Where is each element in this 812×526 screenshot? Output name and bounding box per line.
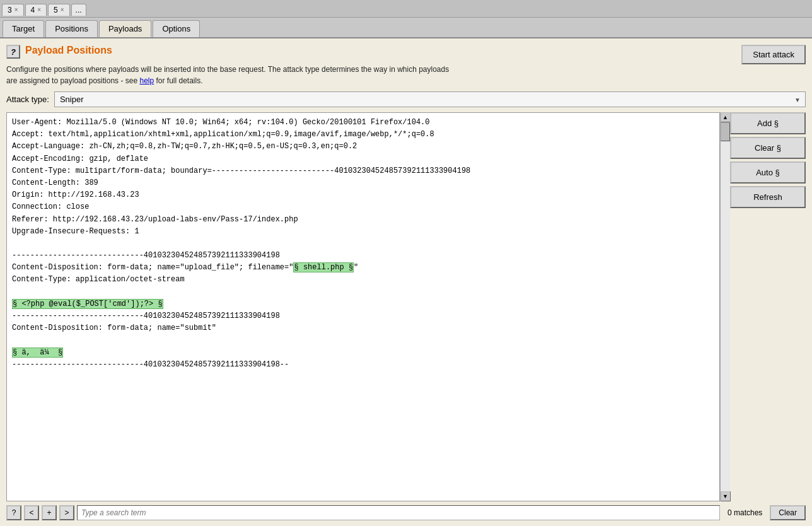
- request-part-3: -----------------------------40103230452…: [12, 312, 280, 332]
- tab-options[interactable]: Options: [153, 20, 200, 37]
- tab-3-label: 3: [8, 6, 12, 15]
- tab-3-close[interactable]: ×: [14, 6, 18, 13]
- tab-5-close[interactable]: ×: [61, 6, 64, 13]
- search-help-button[interactable]: ?: [6, 505, 21, 520]
- highlight-1: § shell.php §: [293, 262, 354, 272]
- search-help-icon: ?: [12, 508, 16, 517]
- attack-type-select-wrapper: Sniper Battering ram Pitchfork Cluster b…: [54, 91, 806, 107]
- content-area: ? Payload Positions Configure the positi…: [0, 38, 812, 526]
- highlight-2: § <?php @eval($_POST['cmd']);?> §: [12, 299, 163, 309]
- attack-type-row: Attack type: Sniper Battering ram Pitchf…: [6, 91, 806, 107]
- tab-3[interactable]: 3 ×: [2, 4, 24, 16]
- attack-type-label: Attack type:: [6, 95, 49, 104]
- start-attack-button[interactable]: Start attack: [741, 45, 806, 64]
- description-link[interactable]: help: [139, 76, 154, 85]
- tab-5-label: 5: [54, 6, 58, 15]
- auto-section-button[interactable]: Auto §: [730, 161, 806, 184]
- description: Configure the positions where payloads w…: [6, 64, 729, 86]
- help-icon-button[interactable]: ?: [6, 45, 20, 59]
- tab-4[interactable]: 4 ×: [25, 4, 47, 16]
- scroll-down-button[interactable]: ▼: [721, 491, 731, 501]
- help-icon-label: ?: [11, 47, 16, 57]
- description-text-1: Configure the positions where payloads w…: [6, 65, 449, 74]
- request-editor[interactable]: User-Agent: Mozilla/5.0 (Windows NT 10.0…: [6, 112, 720, 501]
- search-input[interactable]: [77, 505, 720, 520]
- search-prev-button[interactable]: <: [24, 505, 39, 520]
- request-part-1: User-Agent: Mozilla/5.0 (Windows NT 10.0…: [12, 118, 470, 272]
- tab-5[interactable]: 5 ×: [48, 4, 70, 16]
- search-bar: ? < + > 0 matches Clear: [6, 505, 806, 520]
- header-left: ? Payload Positions Configure the positi…: [6, 45, 729, 86]
- request-text: User-Agent: Mozilla/5.0 (Windows NT 10.0…: [7, 113, 719, 375]
- page-title: Payload Positions: [25, 45, 112, 56]
- tab-4-close[interactable]: ×: [37, 6, 41, 13]
- request-part-4: -----------------------------40103230452…: [12, 360, 289, 369]
- vertical-scrollbar[interactable]: ▲ ▼: [720, 112, 730, 501]
- search-next-button[interactable]: >: [59, 505, 74, 520]
- tab-4-label: 4: [31, 6, 35, 15]
- scroll-down-icon: ▼: [722, 493, 728, 500]
- scroll-thumb[interactable]: [721, 122, 730, 141]
- editor-content[interactable]: User-Agent: Mozilla/5.0 (Windows NT 10.0…: [7, 113, 719, 501]
- scroll-track[interactable]: [721, 122, 730, 491]
- search-next-icon: >: [64, 508, 69, 517]
- tab-payloads[interactable]: Payloads: [99, 20, 151, 37]
- scroll-up-icon: ▲: [722, 114, 728, 120]
- clear-section-button[interactable]: Clear §: [730, 137, 806, 159]
- tab-positions[interactable]: Positions: [45, 20, 98, 37]
- add-section-button[interactable]: Add §: [730, 112, 806, 134]
- scroll-up-button[interactable]: ▲: [721, 112, 731, 122]
- header-row: ? Payload Positions Configure the positi…: [6, 45, 806, 86]
- tab-more[interactable]: ...: [71, 4, 86, 16]
- tab-more-label: ...: [76, 6, 82, 15]
- highlight-3: § ä, ä¼ §: [12, 348, 63, 358]
- search-prev-icon: <: [29, 508, 33, 517]
- refresh-button[interactable]: Refresh: [730, 186, 806, 208]
- description-text-3: for full details.: [154, 76, 202, 85]
- attack-type-select[interactable]: Sniper Battering ram Pitchfork Cluster b…: [54, 91, 806, 107]
- matches-count: 0 matches: [722, 508, 767, 517]
- tab-positions-label: Positions: [55, 24, 88, 33]
- tab-bar: 3 × 4 × 5 × ...: [0, 0, 812, 18]
- tab-target[interactable]: Target: [3, 20, 44, 37]
- clear-search-button[interactable]: Clear: [770, 505, 806, 520]
- editor-container: User-Agent: Mozilla/5.0 (Windows NT 10.0…: [6, 112, 806, 501]
- description-text-2: are assigned to payload positions - see: [6, 76, 139, 85]
- right-buttons-panel: Add § Clear § Auto § Refresh: [730, 112, 806, 501]
- main-tabs: Target Positions Payloads Options: [0, 18, 812, 38]
- search-add-button[interactable]: +: [42, 505, 57, 520]
- search-add-icon: +: [47, 508, 51, 517]
- tab-payloads-label: Payloads: [108, 24, 142, 33]
- tab-options-label: Options: [162, 24, 190, 33]
- tab-target-label: Target: [12, 24, 35, 33]
